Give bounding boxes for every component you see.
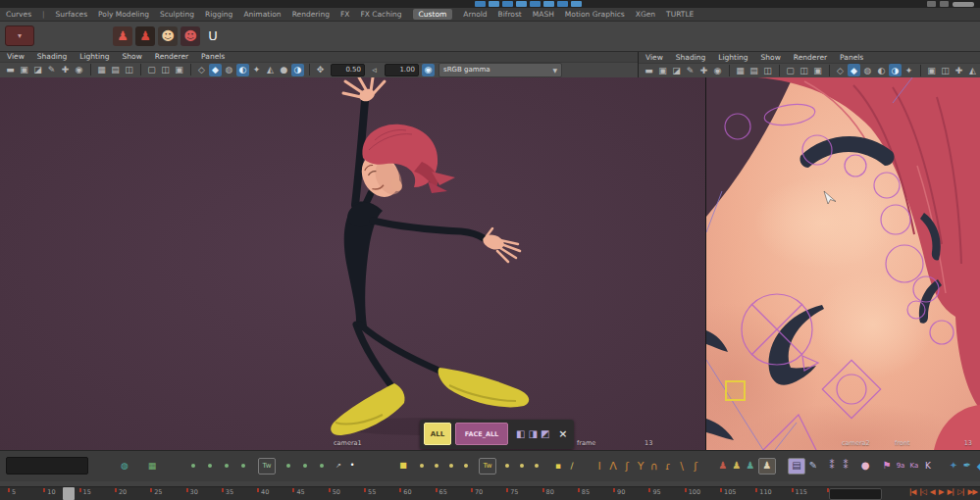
shelf-tab-fx[interactable]: FX bbox=[340, 10, 349, 19]
close-icon[interactable]: × bbox=[558, 427, 567, 440]
mini-dot-icon[interactable] bbox=[320, 464, 324, 468]
duo-a-icon[interactable]: ⁑ bbox=[826, 459, 838, 474]
shelf-tab-animation[interactable]: Animation bbox=[243, 10, 281, 19]
current-frame-indicator[interactable] bbox=[63, 487, 75, 500]
textured-icon[interactable]: ◍ bbox=[223, 64, 235, 76]
textured-icon[interactable]: ◍ bbox=[861, 64, 874, 76]
arrow-icon[interactable]: ↗ bbox=[333, 459, 344, 474]
field-chart-icon[interactable]: ◫ bbox=[798, 64, 810, 76]
shelf-tab-surfaces[interactable]: Surfaces bbox=[56, 10, 87, 19]
copy-pose-icon[interactable]: ◧ bbox=[516, 428, 525, 439]
yellow-tw-icon[interactable]: Tw bbox=[479, 458, 496, 475]
diamond-icon[interactable]: ◆ bbox=[975, 459, 980, 474]
safe-title-icon[interactable]: ▣ bbox=[173, 64, 185, 76]
figure-red-icon[interactable]: ♟ bbox=[717, 459, 729, 474]
shelf-tab-rendering[interactable]: Rendering bbox=[292, 10, 330, 19]
gate-mask-icon[interactable]: ▢ bbox=[784, 64, 797, 76]
yellow-square-icon[interactable]: ▪ bbox=[552, 459, 564, 474]
ipr-icon[interactable] bbox=[571, 1, 582, 7]
flag-icon[interactable]: ⚑ bbox=[881, 459, 893, 474]
make-live-icon[interactable] bbox=[530, 1, 541, 7]
go-to-end-button[interactable]: ▶▶ bbox=[967, 487, 977, 496]
all-button[interactable]: ALL bbox=[424, 423, 451, 445]
sync-icon[interactable]: ◍ bbox=[119, 459, 130, 474]
mini-dot-icon[interactable] bbox=[241, 464, 245, 468]
ao-icon[interactable]: ◭ bbox=[966, 64, 979, 76]
go-to-start-button[interactable]: |◀ bbox=[909, 487, 916, 496]
grid-dots-icon[interactable]: ▦ bbox=[146, 459, 158, 474]
duo-b-icon[interactable]: ⁑ bbox=[840, 459, 851, 474]
gate-mask-icon[interactable]: ▢ bbox=[145, 64, 158, 76]
snap-curve-icon[interactable] bbox=[489, 1, 499, 7]
tangent-stepped-icon[interactable]: I bbox=[593, 459, 605, 474]
mirror-pose-icon[interactable]: ◩ bbox=[541, 428, 549, 439]
shadows-icon[interactable]: ✦ bbox=[250, 64, 263, 76]
panel-menu-shading[interactable]: Shading bbox=[37, 52, 67, 61]
figure-boxed-icon[interactable]: ♟ bbox=[758, 458, 776, 475]
grid-icon[interactable]: ▦ bbox=[95, 64, 108, 76]
letter-u-icon[interactable]: U bbox=[203, 26, 223, 46]
tangent-auto-icon[interactable]: \ bbox=[676, 459, 688, 474]
jack-icon[interactable]: ✦ bbox=[948, 459, 959, 474]
panel-menu-panels[interactable]: Panels bbox=[840, 53, 863, 62]
panel-menu-view[interactable]: View bbox=[645, 53, 663, 62]
panel-menu-panels[interactable]: Panels bbox=[201, 52, 225, 61]
tangent-fixed-icon[interactable]: ʃ bbox=[690, 459, 701, 474]
mini-dot-icon[interactable] bbox=[303, 464, 307, 468]
layout-icon[interactable] bbox=[940, 1, 949, 7]
select-camera-icon[interactable]: ◉ bbox=[711, 64, 724, 76]
tangent-flat-icon[interactable]: ∩ bbox=[648, 459, 660, 474]
grease-pencil-icon[interactable]: ✎ bbox=[684, 64, 696, 76]
panel-menu-lighting[interactable]: Lighting bbox=[79, 52, 109, 61]
mini-dot-icon[interactable] bbox=[191, 464, 195, 468]
next-key-button[interactable]: ▷| bbox=[957, 487, 964, 496]
shelf-tab-bifrost[interactable]: Bifrost bbox=[498, 10, 522, 19]
mini-dot-icon[interactable] bbox=[208, 464, 212, 468]
tangent-linear-icon[interactable]: Λ bbox=[607, 459, 619, 474]
shelf-menu-icon[interactable]: ▾ bbox=[5, 25, 34, 46]
view-transform-dropdown[interactable]: sRGB gamma▼ bbox=[438, 63, 562, 77]
shelf-tab-custom[interactable]: Custom bbox=[413, 9, 453, 20]
command-line-input[interactable] bbox=[6, 457, 88, 475]
shaded-icon[interactable]: ◆ bbox=[848, 64, 860, 76]
cursor-icon[interactable]: K bbox=[922, 459, 934, 474]
xray-icon[interactable]: ◫ bbox=[939, 64, 952, 76]
mini-dot-icon[interactable] bbox=[435, 464, 438, 468]
axis-icon[interactable]: ✚ bbox=[697, 64, 710, 76]
gamma-icon[interactable]: ◃ bbox=[368, 64, 381, 76]
panel-menu-view[interactable]: View bbox=[7, 52, 25, 61]
paste-pose-icon[interactable]: ◨ bbox=[528, 428, 537, 439]
bookmark-icon[interactable]: ◪ bbox=[31, 64, 44, 76]
egg-icon[interactable]: ● bbox=[859, 459, 871, 474]
face-all-button[interactable]: FACE_ALL bbox=[455, 423, 508, 445]
film-gate-icon[interactable]: ▤ bbox=[748, 64, 760, 76]
play-button[interactable]: ▶ bbox=[939, 487, 944, 496]
isolate-icon[interactable]: ▣ bbox=[925, 64, 938, 76]
safe-title-icon[interactable]: ▣ bbox=[811, 64, 824, 76]
snap-plane-icon[interactable] bbox=[516, 1, 527, 7]
shelf-tab-fx-caching[interactable]: FX Caching bbox=[360, 10, 401, 19]
shelf-tab-sculpting[interactable]: Sculpting bbox=[160, 10, 194, 19]
lights-icon[interactable]: ◐ bbox=[236, 64, 249, 76]
face-light-icon[interactable]: ☻ bbox=[158, 26, 178, 46]
figure-teal-icon[interactable]: ♟ bbox=[745, 459, 756, 474]
shelf-tab-arnold[interactable]: Arnold bbox=[463, 10, 487, 19]
shelf-tab-poly-modeling[interactable]: Poly Modeling bbox=[98, 10, 149, 19]
mini-dot-icon[interactable] bbox=[286, 464, 290, 468]
tangent-plateau-icon[interactable]: ɾ bbox=[662, 459, 674, 474]
perspective-viewport[interactable]: camera1 frame 13 ALL FACE_ALL ◧◨◩ × bbox=[0, 77, 706, 450]
axis-icon[interactable]: ✚ bbox=[59, 64, 72, 76]
tangent-spline-icon[interactable]: ʃ bbox=[621, 459, 633, 474]
shelf-tab-xgen[interactable]: XGen bbox=[636, 10, 655, 19]
shaded-icon[interactable]: ◆ bbox=[209, 64, 222, 76]
grid-icon[interactable]: ▦ bbox=[734, 64, 747, 76]
workspace-pill-icon[interactable] bbox=[953, 2, 974, 7]
mini-dot-icon[interactable] bbox=[420, 464, 424, 468]
mini-dot-icon[interactable] bbox=[225, 464, 229, 468]
step-forward-button[interactable]: ▶| bbox=[947, 487, 954, 496]
wireframe-icon[interactable]: ◇ bbox=[195, 64, 208, 76]
prev-key-button[interactable]: |◁ bbox=[919, 487, 926, 496]
mini-dot-icon[interactable] bbox=[464, 464, 468, 468]
shelf-tab-mash[interactable]: MASH bbox=[533, 10, 554, 19]
face-red-icon[interactable]: ☻ bbox=[181, 26, 200, 46]
